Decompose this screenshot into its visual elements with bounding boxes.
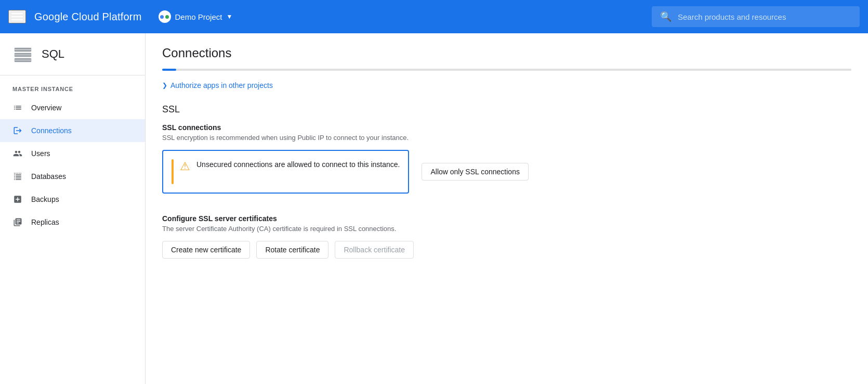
sidebar-item-label: Backups (31, 195, 59, 203)
search-icon: 🔍 (660, 11, 672, 22)
sidebar-item-label: Replicas (31, 218, 59, 226)
sidebar-item-label: Overview (31, 104, 61, 112)
ssl-section-title: SSL (162, 104, 851, 115)
authorize-apps-label: Authorize apps in other projects (170, 81, 273, 89)
ssl-connections-desc: SSL encryption is recommended when using… (162, 134, 851, 142)
ssl-connections-label: SSL connections (162, 123, 851, 132)
allow-ssl-button[interactable]: Allow only SSL connections (422, 163, 528, 181)
connections-icon (12, 125, 23, 136)
overview-icon (12, 103, 23, 113)
main-layout: SQL MASTER INSTANCE Overview Connections… (0, 33, 868, 384)
project-selector[interactable]: Demo Project ▼ (159, 10, 233, 23)
sidebar-logo-area: SQL (0, 33, 145, 75)
sidebar-item-connections[interactable]: Connections (0, 119, 145, 142)
sidebar-item-label: Connections (31, 126, 72, 135)
ssl-row: ⚠ Unsecured connections are allowed to c… (162, 150, 851, 194)
search-bar[interactable]: 🔍 (652, 6, 860, 27)
users-icon (12, 148, 23, 159)
configure-ssl-desc: The server Certificate Authority (CA) ce… (162, 225, 851, 233)
project-icon (159, 10, 171, 23)
sql-product-icon (12, 44, 33, 65)
rollback-certificate-button[interactable]: Rollback certificate (335, 241, 414, 259)
sidebar-item-backups[interactable]: Backups (0, 188, 145, 211)
progress-bar-area (146, 69, 868, 75)
project-name: Demo Project (175, 12, 222, 21)
top-navigation: Google Cloud Platform Demo Project ▼ 🔍 (0, 0, 868, 33)
dropdown-arrow-icon: ▼ (226, 13, 232, 20)
dot (165, 15, 169, 19)
sidebar-item-label: Databases (31, 172, 66, 181)
sidebar-item-overview[interactable]: Overview (0, 96, 145, 119)
ssl-warning-text: Unsecured connections are allowed to con… (196, 159, 400, 170)
hamburger-menu-button[interactable] (8, 10, 26, 23)
page-title: Connections (146, 33, 868, 69)
main-content: Connections ❯ Authorize apps in other pr… (146, 33, 868, 384)
backups-icon (12, 194, 23, 204)
sidebar-item-replicas[interactable]: Replicas (0, 211, 145, 234)
sidebar-section-label: MASTER INSTANCE (0, 75, 145, 96)
sidebar-product-name: SQL (42, 47, 64, 61)
progress-bar-fill (162, 69, 176, 71)
progress-bar-track (162, 69, 851, 71)
configure-ssl-title: Configure SSL server certificates (162, 214, 851, 223)
ssl-section: SSL SSL connections SSL encryption is re… (146, 96, 868, 214)
databases-icon (12, 171, 23, 182)
app-title: Google Cloud Platform (34, 11, 142, 23)
search-input[interactable] (678, 12, 851, 21)
rotate-certificate-button[interactable]: Rotate certificate (256, 241, 328, 259)
create-certificate-button[interactable]: Create new certificate (162, 241, 250, 259)
sidebar-item-databases[interactable]: Databases (0, 165, 145, 188)
sidebar-item-users[interactable]: Users (0, 142, 145, 165)
configure-ssl-section: Configure SSL server certificates The se… (146, 214, 868, 267)
authorize-apps-link[interactable]: ❯ Authorize apps in other projects (146, 75, 868, 96)
ssl-warning-box: ⚠ Unsecured connections are allowed to c… (162, 150, 409, 194)
cert-buttons-group: Create new certificate Rotate certificat… (162, 241, 851, 259)
sidebar-item-label: Users (31, 149, 50, 158)
chevron-down-icon: ❯ (162, 82, 167, 89)
sidebar: SQL MASTER INSTANCE Overview Connections… (0, 33, 146, 384)
replicas-icon (12, 217, 23, 227)
warning-bar (172, 159, 174, 184)
warning-triangle-icon: ⚠ (180, 160, 190, 173)
dot (160, 15, 164, 19)
